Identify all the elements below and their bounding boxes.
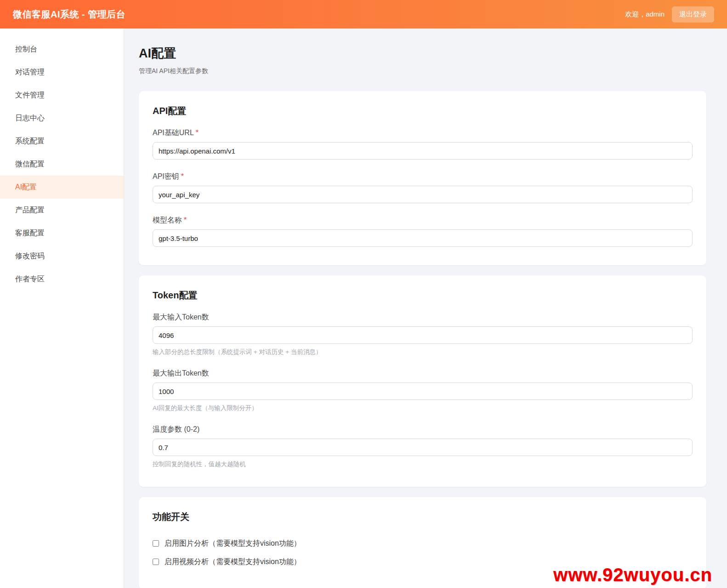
sidebar-item-author-zone[interactable]: 作者专区 [0,268,124,291]
temperature-input[interactable] [153,439,693,456]
top-header: 微信客服AI系统 - 管理后台 欢迎，admin 退出登录 [0,0,727,29]
token-config-card: Token配置 最大输入Token数 输入部分的总长度限制（系统提示词 + 对话… [139,275,706,487]
app-window: 微信客服AI系统 - 管理后台 欢迎，admin 退出登录 控制台 对话管理 文… [0,0,727,588]
model-name-input[interactable] [153,229,693,247]
enable-video-analysis-label: 启用视频分析（需要模型支持vision功能） [165,557,301,567]
sidebar-item-conversations[interactable]: 对话管理 [0,61,124,84]
max-input-token-label: 最大输入Token数 [153,313,693,322]
enable-image-analysis-checkbox[interactable] [153,540,159,547]
api-key-label: API密钥* [153,172,693,182]
welcome-text: 欢迎，admin [625,10,665,19]
model-name-field: 模型名称* [153,216,693,247]
logout-button[interactable]: 退出登录 [672,6,714,23]
sidebar-item-product-config[interactable]: 产品配置 [0,199,124,222]
required-asterisk: * [184,216,187,224]
max-input-token-field: 最大输入Token数 输入部分的总长度限制（系统提示词 + 对话历史 + 当前消… [153,313,693,356]
model-name-label: 模型名称* [153,216,693,225]
sidebar-item-logs[interactable]: 日志中心 [0,107,124,130]
api-base-url-field: API基础URL* [153,128,693,160]
temperature-hint: 控制回复的随机性，值越大越随机 [153,460,693,468]
max-output-token-input[interactable] [153,382,693,400]
required-asterisk: * [181,172,184,180]
enable-video-analysis-checkbox[interactable] [153,559,159,565]
api-config-card: API配置 API基础URL* API密钥* 模型名称* [139,91,706,265]
max-output-token-field: 最大输出Token数 AI回复的最大长度（与输入限制分开） [153,369,693,412]
app-title: 微信客服AI系统 - 管理后台 [13,8,125,21]
sidebar-item-change-password[interactable]: 修改密码 [0,245,124,268]
token-config-card-title: Token配置 [153,289,693,302]
api-base-url-label: API基础URL* [153,128,693,138]
sidebar-item-wechat-config[interactable]: 微信配置 [0,153,124,176]
temperature-field: 温度参数 (0-2) 控制回复的随机性，值越大越随机 [153,425,693,468]
api-base-url-input[interactable] [153,142,693,160]
feature-switch-card-title: 功能开关 [153,511,693,523]
max-output-token-label: 最大输出Token数 [153,369,693,378]
sidebar: 控制台 对话管理 文件管理 日志中心 系统配置 微信配置 AI配置 产品配置 客… [0,29,124,588]
api-config-card-title: API配置 [153,105,693,117]
sidebar-item-dashboard[interactable]: 控制台 [0,38,124,61]
main-content: AI配置 管理AI API相关配置参数 API配置 API基础URL* API密… [124,29,727,588]
api-key-input[interactable] [153,186,693,203]
max-input-token-hint: 输入部分的总长度限制（系统提示词 + 对话历史 + 当前消息） [153,348,693,356]
page-title: AI配置 [139,45,706,62]
sidebar-item-files[interactable]: 文件管理 [0,84,124,107]
enable-video-analysis-row[interactable]: 启用视频分析（需要模型支持vision功能） [153,553,693,571]
header-right: 欢迎，admin 退出登录 [625,6,714,23]
max-input-token-input[interactable] [153,326,693,344]
page-subtitle: 管理AI API相关配置参数 [139,67,706,75]
sidebar-item-ai-config[interactable]: AI配置 [0,176,124,199]
api-key-field: API密钥* [153,172,693,203]
max-output-token-hint: AI回复的最大长度（与输入限制分开） [153,404,693,412]
enable-image-analysis-row[interactable]: 启用图片分析（需要模型支持vision功能） [153,534,693,553]
required-asterisk: * [196,129,199,137]
temperature-label: 温度参数 (0-2) [153,425,693,434]
enable-image-analysis-label: 启用图片分析（需要模型支持vision功能） [165,539,301,548]
sidebar-item-system-config[interactable]: 系统配置 [0,130,124,153]
sidebar-item-service-config[interactable]: 客服配置 [0,222,124,245]
feature-switch-card: 功能开关 启用图片分析（需要模型支持vision功能） 启用视频分析（需要模型支… [139,497,706,588]
